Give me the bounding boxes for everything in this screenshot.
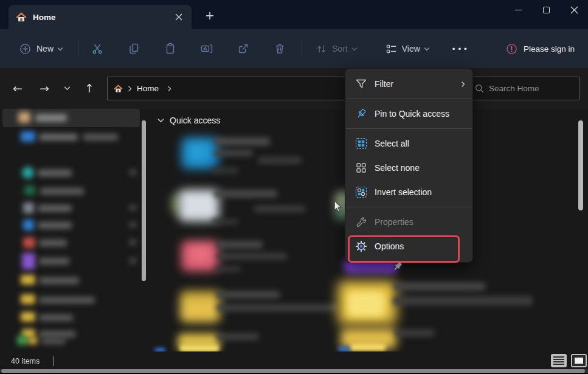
breadcrumb-chevron-icon — [167, 86, 171, 92]
blurred-text — [258, 157, 302, 164]
menu-item-select-all[interactable]: Select all — [345, 131, 472, 156]
chevron-down-icon — [64, 86, 71, 91]
blurred-text — [216, 291, 280, 299]
home-icon — [114, 85, 123, 93]
share-button[interactable] — [230, 37, 257, 60]
paste-button[interactable] — [157, 37, 184, 60]
blurred-thumbnail — [350, 344, 386, 351]
new-button[interactable]: New — [13, 37, 69, 60]
chevron-down-icon[interactable] — [157, 118, 164, 123]
menu-item-pin-to-quick-access[interactable]: Pin to Quick access — [345, 102, 472, 126]
menu-item-invert-selection[interactable]: Invert selection — [345, 180, 472, 204]
blurred-text — [39, 240, 67, 246]
blurred-text — [216, 333, 259, 340]
blurred-text — [35, 114, 67, 122]
cut-button[interactable] — [84, 37, 111, 60]
close-icon — [175, 13, 182, 21]
up-button[interactable]: ↑ — [80, 79, 99, 97]
blurred-text — [129, 170, 137, 175]
context-menu: Filter Pin to Quick access — [345, 68, 473, 263]
menu-item-select-none[interactable]: Select none — [345, 156, 472, 180]
sort-label: Sort — [332, 44, 348, 54]
status-bar: 40 items — [0, 351, 588, 374]
filter-icon — [355, 78, 367, 90]
sort-button[interactable]: Sort — [310, 37, 364, 60]
blurred-icon — [21, 131, 35, 142]
up-arrow-icon: ↑ — [85, 81, 94, 95]
blurred-icon — [24, 185, 35, 195]
breadcrumb-chevron-icon — [128, 86, 132, 92]
menu-item-label: Pin to Quick access — [375, 109, 465, 119]
blurred-icon — [22, 253, 35, 269]
minimize-icon — [515, 10, 522, 10]
quick-access-header: Quick access — [170, 116, 220, 125]
breadcrumb-home[interactable]: Home — [137, 84, 159, 93]
view-button[interactable]: View — [379, 37, 436, 60]
menu-item-properties[interactable]: Properties — [345, 210, 472, 234]
blurred-text — [216, 304, 338, 311]
blurred-thumbnail — [180, 291, 220, 322]
delete-button[interactable] — [266, 37, 293, 60]
view-label: View — [402, 44, 420, 54]
wrench-icon — [355, 216, 367, 228]
blurred-text — [129, 258, 137, 263]
content-scrollbar[interactable] — [578, 120, 583, 210]
select-all-icon — [355, 137, 367, 150]
invert-selection-icon — [355, 186, 367, 198]
blurred-thumbnail — [181, 241, 219, 271]
menu-item-label: Options — [375, 241, 465, 251]
menu-item-label: Properties — [375, 217, 465, 227]
menu-item-label: Select all — [375, 139, 465, 148]
menu-item-options[interactable]: Options — [345, 234, 472, 258]
more-button[interactable]: ••• — [449, 37, 471, 60]
blurred-text — [216, 253, 287, 260]
rename-button[interactable] — [193, 37, 220, 60]
toolbar-divider — [302, 40, 302, 57]
item-count: 40 items — [11, 357, 40, 365]
blurred-text — [38, 222, 72, 229]
blurred-icon — [21, 294, 35, 304]
thumbnail-view-button[interactable] — [571, 354, 587, 367]
blurred-thumbnail — [179, 190, 219, 221]
search-input[interactable] — [489, 84, 568, 93]
cut-icon — [91, 43, 103, 55]
tab-home[interactable]: Home — [9, 5, 192, 29]
details-view-button[interactable] — [551, 354, 567, 367]
sidebar-scrollbar[interactable] — [142, 120, 146, 281]
menu-item-label: Filter — [375, 79, 461, 89]
menu-item-label: Invert selection — [375, 187, 465, 197]
back-button[interactable]: ← — [9, 79, 27, 97]
close-button[interactable] — [560, 0, 588, 19]
blurred-text — [39, 277, 79, 284]
blurred-icon — [23, 220, 34, 230]
share-icon — [237, 43, 249, 55]
maximize-button[interactable] — [532, 0, 560, 19]
chevron-down-icon — [424, 47, 430, 51]
blurred-text — [129, 240, 137, 245]
minimize-button[interactable] — [504, 0, 532, 19]
new-tab-button[interactable]: + — [202, 9, 218, 22]
blurred-text — [129, 205, 137, 210]
maximize-icon — [543, 7, 550, 13]
blurred-text — [216, 241, 263, 249]
pin-icon — [355, 108, 367, 120]
paste-icon — [164, 43, 176, 55]
blurred-icon — [21, 275, 35, 285]
chevron-down-icon — [351, 47, 358, 51]
tab-close-button[interactable] — [171, 9, 187, 25]
blurred-text — [214, 190, 277, 198]
menu-item-filter[interactable]: Filter — [345, 72, 472, 96]
forward-button[interactable]: → — [35, 79, 54, 97]
tab-title: Home — [33, 13, 171, 22]
copy-button[interactable] — [120, 37, 147, 60]
blurred-icon — [338, 347, 350, 351]
blurred-icon — [23, 203, 34, 213]
signin-button[interactable]: Please sign in — [506, 29, 575, 68]
blurred-icon — [22, 167, 34, 179]
menu-separator — [346, 128, 472, 129]
warning-icon — [506, 43, 517, 55]
recent-locations-button[interactable] — [59, 79, 75, 97]
blurred-text — [39, 331, 75, 338]
blurred-text — [212, 219, 238, 224]
blurred-text — [212, 168, 238, 173]
